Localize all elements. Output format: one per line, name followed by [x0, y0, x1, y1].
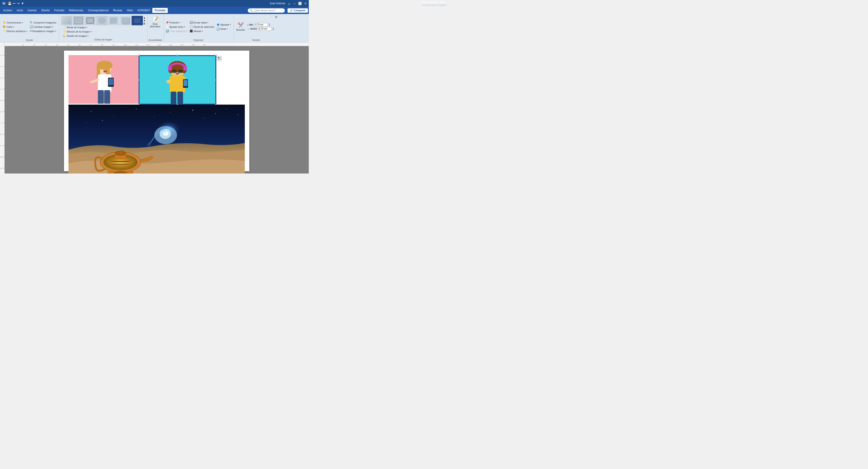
- panel-seleccion-button[interactable]: 📋 Panel de selección: [189, 25, 215, 29]
- styles-more-button[interactable]: ⊞: [143, 22, 146, 25]
- correcciones-button[interactable]: ☀️ Correcciones ▾: [2, 21, 28, 24]
- alto-label: Alto:: [249, 24, 254, 26]
- ancho-input[interactable]: [258, 27, 272, 31]
- alto-down[interactable]: ▼: [269, 25, 270, 27]
- borde-icon: ⬜: [63, 26, 66, 29]
- ajustar-texto-button[interactable]: 📄 Ajustar texto ▾: [165, 25, 188, 29]
- menu-vista[interactable]: Vista: [125, 8, 135, 13]
- image-cyan[interactable]: [139, 56, 216, 104]
- styles-up-button[interactable]: ▲: [143, 16, 146, 19]
- save-button[interactable]: 💾: [7, 1, 12, 6]
- diseño-imagen-button[interactable]: 📐 Diseño de imagen ▾: [62, 34, 93, 38]
- svg-rect-35: [0, 46, 4, 173]
- svg-point-101: [238, 114, 239, 115]
- color-button[interactable]: 🎨 Color ▾: [2, 25, 28, 29]
- document-area[interactable]: [4, 46, 309, 173]
- menu-formato-herramientas[interactable]: Formato: [152, 8, 168, 13]
- undo-button[interactable]: ↩: [12, 1, 16, 6]
- image-pink-container[interactable]: [68, 55, 138, 105]
- enviar-atras-button[interactable]: ⬇️ Enviar atrás ▾: [189, 21, 215, 24]
- texto-alt-label: Textoalternativo: [150, 23, 160, 28]
- img-style-6[interactable]: [120, 16, 131, 25]
- restablecer-label: Restablecer imagen: [32, 30, 55, 33]
- girar-label: Girar: [220, 28, 226, 30]
- alinear-label: Alinear: [193, 30, 201, 33]
- search-box[interactable]: 🔍: [248, 8, 285, 13]
- img-style-4[interactable]: [96, 16, 107, 25]
- svg-text:7: 7: [0, 122, 1, 124]
- close-button[interactable]: ✕: [304, 2, 307, 5]
- traer-adelante-button[interactable]: ⬆️ Traer adelante ▾: [165, 29, 188, 33]
- ruler-v-ticks: 1 2 3 4 5 6 7 8 9 10 11: [0, 46, 4, 173]
- efectos-imagen-button[interactable]: 🌟 Efectos de la imagen ▾: [62, 30, 93, 33]
- menu-inicio[interactable]: Inicio: [14, 8, 25, 13]
- ruler-vertical: 1 2 3 4 5 6 7 8 9 10 11: [0, 46, 4, 173]
- styles-scroll-buttons: ▲ ▼ ⊞: [143, 16, 146, 25]
- menu-diseño[interactable]: Diseño: [39, 8, 52, 13]
- word-icon: W: [2, 1, 6, 5]
- cambiar-icon: 🔄: [30, 25, 33, 28]
- posicion-button[interactable]: 📌 Posición ▾: [165, 21, 188, 24]
- menu-formato[interactable]: Formato: [52, 8, 67, 13]
- image-pink[interactable]: [68, 55, 138, 104]
- cambiar-imagen-button[interactable]: 🔄 Cambiar imagen ▾: [29, 25, 57, 29]
- texto-alternativo-button[interactable]: 📝 Textoalternativo: [149, 15, 162, 29]
- alinear-button[interactable]: ⬛ Alinear ▾: [189, 29, 215, 33]
- recortar-button[interactable]: ✂️ Recortar: [235, 20, 246, 34]
- svg-rect-75: [168, 66, 172, 71]
- menu-bar: Archivo Inicio Insertar Diseño Formato R…: [0, 7, 309, 14]
- svg-text:8: 8: [102, 44, 103, 46]
- girar-button[interactable]: 🔄 Girar ▾: [216, 27, 232, 31]
- document-page: [64, 51, 249, 171]
- svg-point-69: [103, 70, 107, 72]
- customize-quick-access-button[interactable]: ▼: [21, 1, 25, 6]
- menu-archivo[interactable]: Archivo: [1, 8, 14, 13]
- img-style-7[interactable]: [131, 16, 143, 25]
- svg-point-94: [114, 116, 114, 116]
- img-style-3[interactable]: [85, 16, 96, 25]
- username: Juan Antonio: [270, 2, 285, 5]
- comprimir-imagenes-button[interactable]: 🗜️ Comprimir imágenes: [29, 21, 57, 24]
- share-button[interactable]: 🔗 Compartir: [287, 8, 308, 13]
- alto-input[interactable]: [254, 23, 268, 27]
- menu-revisar[interactable]: Revisar: [111, 8, 125, 13]
- menu-insertar[interactable]: Insertar: [25, 8, 39, 13]
- image-dark[interactable]: [68, 105, 245, 173]
- styles-down-button[interactable]: ▼: [143, 20, 146, 22]
- agrupar-button[interactable]: 🔷 Agrupar ▾: [216, 23, 232, 27]
- svg-text:6: 6: [80, 44, 81, 46]
- svg-text:13: 13: [159, 44, 161, 46]
- image-layout-icon[interactable]: [217, 56, 222, 61]
- ribbon-group-accesibilidad: 📝 Textoalternativo Accesibilidad: [148, 15, 164, 42]
- tamaño-expand-button[interactable]: ⊞: [275, 15, 277, 19]
- borde-imagen-button[interactable]: ⬜ Borde de imagen ▾: [62, 25, 93, 29]
- recortar-label: Recortar: [236, 29, 245, 31]
- image-cyan-container[interactable]: [138, 55, 216, 105]
- menu-referencias[interactable]: Referencias: [67, 8, 86, 13]
- image-dark-container[interactable]: [68, 105, 245, 173]
- svg-text:16: 16: [193, 44, 195, 46]
- border-effects-col: ⬜ Borde de imagen ▾ 🌟 Efectos de la imag…: [62, 25, 93, 38]
- restablecer-imagen-button[interactable]: ↺ Restablecer imagen ▾: [29, 29, 57, 33]
- cambiar-label: Cambiar imagen: [33, 26, 52, 28]
- ribbon-display-button[interactable]: 🗕: [287, 2, 291, 5]
- ruler-ticks: 1 2 3 4 5 6 7 8 9 10 11: [9, 42, 309, 46]
- ancho-down[interactable]: ▼: [272, 29, 274, 31]
- color-label: Color: [6, 26, 12, 28]
- alto-icon: ↕: [247, 24, 249, 26]
- menu-correspondencia[interactable]: Correspondencia: [86, 8, 111, 13]
- menu-acrobat[interactable]: ACROBAT: [135, 8, 152, 13]
- ribbon-row-ajustar-1: ☀️ Correcciones ▾ 🎨 Color ▾ ✨ Efectos ar…: [2, 15, 57, 38]
- minimize-button[interactable]: ─: [293, 2, 296, 5]
- img-style-5[interactable]: [108, 16, 119, 25]
- title-bar-right: Juan Antonio 🗕 ─ ⬜ ✕: [270, 2, 307, 5]
- restore-button[interactable]: ⬜: [298, 2, 302, 5]
- ruler-horizontal: 1 2 3 4 5 6 7 8 9 10 11: [9, 42, 309, 46]
- efectos-artisticos-button[interactable]: ✨ Efectos artísticos ▾: [2, 29, 28, 33]
- img-style-2[interactable]: [73, 16, 84, 25]
- search-input[interactable]: [254, 9, 283, 12]
- images-top-row: [68, 55, 245, 105]
- img-style-1[interactable]: [61, 16, 72, 25]
- color-icon: 🎨: [3, 25, 6, 28]
- redo-button[interactable]: ↪: [17, 1, 20, 6]
